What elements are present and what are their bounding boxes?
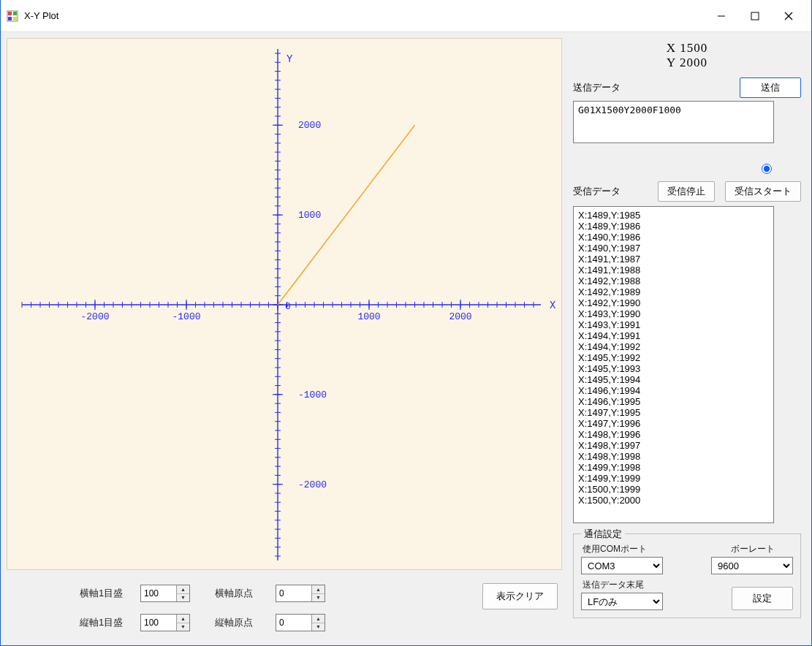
recv-line: X:1489,Y:1985: [578, 210, 769, 221]
recv-line: X:1497,Y:1996: [578, 418, 769, 429]
titlebar: X-Y Plot: [1, 0, 811, 32]
v-origin-stepper[interactable]: ▲▼: [276, 614, 325, 631]
svg-text:1000: 1000: [357, 311, 380, 322]
app-icon: [7, 10, 18, 22]
com-port-label: 使用COMポート: [581, 543, 663, 555]
h-scale-input[interactable]: [141, 585, 176, 601]
recv-line: X:1498,Y:1997: [578, 440, 769, 451]
svg-text:0: 0: [285, 301, 291, 312]
svg-rect-1: [8, 12, 12, 15]
x-readout: X 1500: [573, 41, 801, 56]
recv-line: X:1491,Y:1987: [578, 254, 769, 265]
comm-settings-fieldset: 通信設定 使用COMポート COM3 ボーレート 9600: [573, 533, 801, 618]
clear-button[interactable]: 表示クリア: [482, 583, 558, 609]
h-origin-input[interactable]: [276, 585, 311, 601]
v-origin-input[interactable]: [276, 615, 311, 631]
recv-line: X:1495,Y:1993: [578, 363, 769, 374]
recv-line: X:1493,Y:1991: [578, 319, 769, 330]
xy-plot: -2000-100010002000-2000-1000100020000XY: [7, 38, 562, 570]
mode-radio[interactable]: [762, 164, 772, 174]
y-readout: Y 2000: [573, 56, 801, 70]
window-title: X-Y Plot: [24, 10, 58, 21]
recv-stop-button[interactable]: 受信停止: [658, 181, 715, 202]
svg-rect-3: [8, 17, 12, 20]
spin-down-icon[interactable]: ▼: [312, 594, 325, 602]
svg-text:2000: 2000: [298, 120, 321, 131]
svg-text:Y: Y: [287, 53, 293, 65]
tail-label: 送信データ末尾: [581, 579, 663, 591]
recv-start-button[interactable]: 受信スタート: [725, 181, 801, 202]
recv-line: X:1495,Y:1992: [578, 352, 769, 363]
recv-line: X:1499,Y:1999: [578, 473, 769, 484]
recv-line: X:1496,Y:1995: [578, 396, 769, 407]
v-scale-input[interactable]: [141, 615, 176, 631]
recv-line: X:1500,Y:2000: [578, 495, 769, 506]
svg-rect-2: [13, 12, 17, 15]
recv-line: X:1498,Y:1996: [578, 429, 769, 440]
spin-down-icon[interactable]: ▼: [312, 623, 325, 631]
recv-line: X:1491,Y:1988: [578, 265, 769, 276]
svg-text:-1000: -1000: [172, 311, 200, 322]
svg-text:2000: 2000: [449, 311, 471, 322]
recv-line: X:1497,Y:1995: [578, 407, 769, 418]
recv-data-label: 受信データ: [573, 185, 648, 198]
recv-line: X:1493,Y:1990: [578, 308, 769, 319]
recv-line: X:1492,Y:1988: [578, 276, 769, 286]
com-port-select[interactable]: COM3: [581, 557, 663, 574]
close-button[interactable]: [772, 0, 805, 32]
svg-rect-6: [751, 12, 759, 20]
v-scale-stepper[interactable]: ▲▼: [140, 614, 190, 631]
spin-up-icon[interactable]: ▲: [177, 585, 189, 594]
recv-data-box[interactable]: X:1489,Y:1985X:1489,Y:1986X:1490,Y:1986X…: [573, 206, 774, 523]
v-scale-label: 縦軸1目盛: [80, 616, 134, 629]
position-display: X 1500 Y 2000: [573, 41, 801, 70]
v-origin-label: 縦軸原点: [215, 616, 270, 629]
send-button[interactable]: 送信: [740, 77, 801, 98]
recv-line: X:1490,Y:1987: [578, 243, 769, 254]
recv-line: X:1500,Y:1999: [578, 484, 769, 495]
recv-line: X:1494,Y:1991: [578, 330, 769, 341]
send-data-input[interactable]: [573, 101, 774, 143]
recv-line: X:1499,Y:1998: [578, 462, 769, 473]
tail-select[interactable]: LFのみ: [581, 593, 663, 610]
recv-line: X:1494,Y:1992: [578, 341, 769, 352]
svg-rect-4: [13, 17, 17, 20]
recv-line: X:1495,Y:1994: [578, 374, 769, 385]
h-origin-stepper[interactable]: ▲▼: [276, 585, 325, 602]
h-scale-label: 横軸1目盛: [80, 587, 134, 600]
recv-line: X:1490,Y:1986: [578, 232, 769, 243]
send-data-label: 送信データ: [573, 81, 621, 94]
spin-down-icon[interactable]: ▼: [177, 623, 189, 631]
svg-text:-2000: -2000: [298, 479, 327, 490]
baud-select[interactable]: 9600: [711, 557, 793, 574]
maximize-button[interactable]: [738, 0, 772, 32]
spin-down-icon[interactable]: ▼: [177, 594, 189, 602]
comm-settings-legend: 通信設定: [581, 528, 625, 541]
spin-up-icon[interactable]: ▲: [312, 615, 325, 623]
settings-button[interactable]: 設定: [732, 587, 793, 610]
spin-up-icon[interactable]: ▲: [177, 615, 189, 623]
recv-line: X:1492,Y:1989: [578, 286, 769, 297]
svg-text:1000: 1000: [298, 210, 321, 221]
svg-text:-2000: -2000: [80, 311, 109, 322]
svg-text:-1000: -1000: [298, 390, 327, 400]
recv-line: X:1492,Y:1990: [578, 297, 769, 308]
recv-line: X:1489,Y:1986: [578, 221, 769, 232]
spin-up-icon[interactable]: ▲: [312, 585, 325, 594]
recv-line: X:1496,Y:1994: [578, 385, 769, 396]
h-scale-stepper[interactable]: ▲▼: [140, 585, 190, 602]
baud-label: ボーレート: [711, 543, 793, 555]
minimize-button[interactable]: [705, 0, 738, 32]
recv-line: X:1498,Y:1998: [578, 451, 769, 462]
svg-text:X: X: [550, 300, 556, 311]
h-origin-label: 横軸原点: [215, 587, 270, 600]
